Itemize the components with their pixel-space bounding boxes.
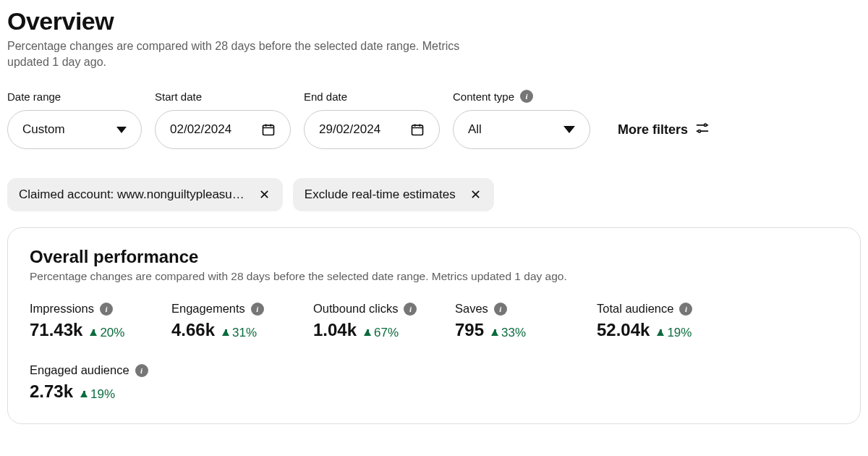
info-icon[interactable]: i (520, 90, 533, 103)
metric-delta: 19% (80, 387, 115, 402)
metric-value: 4.66k (171, 320, 215, 340)
info-icon[interactable]: i (494, 303, 507, 316)
date-range-label: Date range (7, 90, 142, 103)
metric-delta-text: 31% (232, 326, 257, 340)
page-subtitle: Percentage changes are compared with 28 … (7, 38, 485, 69)
up-arrow-icon (222, 329, 229, 336)
close-icon[interactable]: ✕ (258, 187, 271, 203)
metric-delta-text: 67% (374, 326, 399, 340)
svg-rect-1 (412, 125, 423, 135)
end-date-label: End date (304, 90, 440, 103)
metric-saves: Saves i 795 33% (455, 302, 597, 340)
filter-date-range: Date range Custom (7, 90, 142, 149)
info-icon[interactable]: i (135, 364, 148, 377)
metric-delta: 19% (657, 326, 692, 340)
filter-chip-claimed-account[interactable]: Claimed account: www.nonguiltypleasu… ✕ (7, 178, 283, 211)
filter-end-date: End date 29/02/2024 (304, 90, 440, 149)
metric-engaged-audience: Engaged audience i 2.73k 19% (30, 363, 171, 402)
filter-start-date: Start date 02/02/2024 (155, 90, 291, 149)
metric-delta-text: 19% (667, 326, 692, 340)
metric-value: 2.73k (30, 381, 73, 402)
chevron-down-icon (116, 127, 127, 133)
content-type-select[interactable]: All (453, 110, 590, 149)
metric-total-audience: Total audience i 52.04k 19% (597, 302, 739, 340)
up-arrow-icon (491, 329, 498, 336)
more-filters-button[interactable]: More filters (618, 110, 710, 149)
metric-label-text: Engaged audience (30, 363, 129, 377)
metric-value: 795 (455, 320, 484, 340)
info-icon[interactable]: i (404, 303, 417, 316)
start-date-input[interactable]: 02/02/2024 (155, 110, 291, 149)
page-title: Overview (7, 7, 861, 35)
overall-performance-card: Overall performance Percentage changes a… (7, 227, 861, 424)
start-date-label: Start date (155, 90, 291, 103)
svg-point-3 (698, 130, 700, 132)
svg-point-2 (705, 124, 707, 126)
metric-delta: 33% (491, 326, 526, 340)
metric-delta: 20% (90, 326, 124, 340)
metric-delta-text: 20% (100, 326, 124, 340)
info-icon[interactable]: i (679, 303, 692, 316)
up-arrow-icon (80, 391, 88, 397)
calendar-icon (261, 122, 276, 137)
filter-content-type: Content type i All (453, 90, 590, 149)
date-range-value: Custom (22, 122, 65, 137)
up-arrow-icon (657, 329, 664, 336)
metrics-grid: Impressions i 71.43k 20% Engagements i 4… (30, 302, 838, 402)
date-range-select[interactable]: Custom (7, 110, 142, 149)
start-date-value: 02/02/2024 (170, 122, 231, 137)
metric-delta: 67% (364, 326, 399, 340)
metric-label-text: Outbound clicks (313, 302, 398, 316)
more-filters-label: More filters (618, 122, 688, 138)
metric-delta: 31% (222, 326, 257, 340)
up-arrow-icon (90, 329, 97, 336)
metric-delta-text: 19% (90, 387, 115, 402)
metric-value: 71.43k (30, 320, 82, 340)
metric-impressions: Impressions i 71.43k 20% (30, 302, 171, 340)
metric-value: 52.04k (597, 320, 650, 340)
calendar-icon (410, 122, 425, 137)
content-type-label-text: Content type (453, 90, 514, 103)
close-icon[interactable]: ✕ (469, 187, 482, 203)
metric-value: 1.04k (313, 320, 357, 340)
metric-label-text: Engagements (171, 302, 245, 316)
chip-label: Exclude real-time estimates (305, 187, 456, 202)
metric-delta-text: 33% (501, 326, 526, 340)
info-icon[interactable]: i (251, 303, 264, 316)
chip-label: Claimed account: www.nonguiltypleasu… (19, 187, 244, 202)
card-title: Overall performance (30, 247, 838, 267)
end-date-value: 29/02/2024 (319, 122, 380, 137)
filter-chip-exclude-realtime[interactable]: Exclude real-time estimates ✕ (293, 178, 494, 211)
active-filter-chips: Claimed account: www.nonguiltypleasu… ✕ … (7, 178, 861, 211)
content-type-label: Content type i (453, 90, 590, 103)
metric-label-text: Total audience (597, 302, 673, 316)
card-subtitle: Percentage changes are compared with 28 … (30, 270, 838, 283)
end-date-input[interactable]: 29/02/2024 (304, 110, 440, 149)
metric-label-text: Impressions (30, 302, 94, 316)
metric-outbound-clicks: Outbound clicks i 1.04k 67% (313, 302, 455, 340)
svg-rect-0 (263, 125, 274, 135)
chevron-down-icon (563, 126, 575, 133)
up-arrow-icon (364, 329, 371, 336)
metric-label-text: Saves (455, 302, 488, 316)
sliders-icon (695, 121, 710, 139)
filters-row: Date range Custom Start date 02/02/2024 … (7, 90, 861, 149)
metric-engagements: Engagements i 4.66k 31% (171, 302, 313, 340)
info-icon[interactable]: i (100, 303, 113, 316)
content-type-value: All (468, 122, 482, 137)
